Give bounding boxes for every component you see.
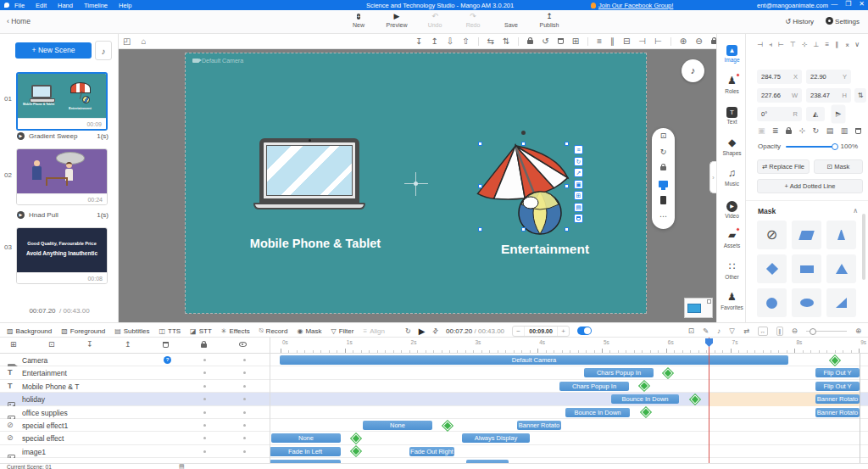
selection-handle[interactable] [565, 184, 569, 188]
collapse-icon[interactable]: ∧ [853, 207, 858, 215]
new-scene-button[interactable]: + New Scene [15, 42, 92, 59]
keyframe-diamond[interactable] [351, 433, 360, 443]
lock-icon[interactable] [786, 126, 792, 136]
keyframe-diamond[interactable] [830, 355, 839, 365]
mask-shape-none[interactable]: ⊘ [757, 221, 787, 249]
caption-mobile-phone-tablet[interactable]: Mobile Phone & Tablet [235, 237, 396, 250]
tts-button[interactable]: ◫TTS [159, 327, 181, 335]
track-row-image1[interactable]: image1Fade In LeftFade Out Right [0, 445, 868, 458]
selection-handle[interactable] [565, 227, 569, 232]
track-toggle-dot[interactable] [203, 437, 206, 439]
tab-video[interactable]: ▶Video [717, 196, 747, 219]
monitor-view-button[interactable] [652, 176, 675, 193]
align-icon[interactable]: ∥ [835, 41, 838, 49]
minimap[interactable] [684, 298, 713, 318]
minimap-expand-icon[interactable] [707, 299, 711, 304]
track-row-special effect[interactable]: ⊘special effectNoneAlways Display [0, 432, 868, 444]
scene-music-button[interactable]: ♪ [95, 41, 112, 60]
toolbar-icon[interactable]: ⊣ [638, 34, 646, 49]
mask-shape-parallelogram[interactable] [792, 221, 821, 249]
scene-card-02[interactable]: 00:24 [16, 148, 108, 205]
track-toggle-dot[interactable] [243, 450, 246, 453]
selection-handle[interactable] [521, 142, 526, 146]
toolbar-icon[interactable]: ⊟ [623, 34, 630, 49]
fit-screen-button[interactable]: ⊡ [652, 128, 675, 144]
trash-icon[interactable] [558, 34, 564, 49]
keyframe-diamond[interactable] [663, 368, 672, 377]
toolbar-icon[interactable]: ⌂ [141, 34, 146, 49]
track-row-special effect1[interactable]: ⊘special effect1NoneBanner Rotato [0, 419, 868, 432]
mask-shape-rect[interactable] [792, 254, 821, 283]
view-control-icon[interactable]: ↔ [758, 327, 768, 336]
lock-icon[interactable] [527, 34, 533, 49]
mask-shape-trapezoid[interactable] [826, 221, 856, 249]
toolbar-icon[interactable]: ⇅ [503, 34, 509, 49]
add-track-icon[interactable]: ⊞ [10, 340, 17, 349]
track-toggle-dot[interactable] [203, 385, 206, 388]
phone-view-button[interactable] [652, 193, 675, 209]
keyframe-diamond[interactable] [639, 382, 648, 391]
play-button[interactable]: ▶ [419, 327, 426, 336]
move-down-icon[interactable]: ↧ [86, 340, 93, 349]
close-button[interactable]: ✕ [859, 0, 865, 8]
toolbar-icon[interactable]: ∥ [610, 34, 615, 49]
object-action-icon[interactable]: ↻ [813, 126, 820, 135]
effects-button[interactable]: ✳Effects [221, 327, 250, 335]
timeline-bar-banner-rotato[interactable]: Banner Rotato [517, 421, 561, 430]
view-control-icon[interactable]: ⇄ [743, 327, 749, 335]
track-row-office supplies[interactable]: office suppliesBounce In DownBanner Rota… [0, 406, 868, 419]
scene-transition-row[interactable]: ▶Hnad Pull1(s) [17, 210, 108, 220]
toolbar-icon[interactable]: ⊞ [572, 34, 579, 49]
background-button[interactable]: ▨Background [7, 327, 52, 335]
mask-shape-circle[interactable] [757, 288, 787, 317]
track-toggle-dot[interactable] [203, 398, 206, 400]
opacity-slider[interactable] [786, 146, 835, 148]
object-action-icon[interactable]: ⊹ [799, 126, 806, 135]
toolbar-icon[interactable]: ≡ [597, 34, 602, 49]
track-toggle-dot[interactable] [203, 450, 206, 453]
rotate-handle[interactable] [521, 131, 526, 135]
track-row-Camera[interactable]: Camera?Default Camera [0, 354, 868, 366]
mask-shape-diamond[interactable] [757, 254, 787, 283]
view-control-icon[interactable]: ✎ [703, 327, 709, 335]
scrollbar[interactable] [862, 214, 865, 280]
track-toggle-dot[interactable] [203, 359, 206, 361]
playhead-line[interactable] [709, 338, 709, 463]
rotate-device-button[interactable]: ↻ [652, 144, 675, 160]
stt-button[interactable]: ◪STT [190, 327, 212, 335]
keyframe-diamond[interactable] [442, 421, 452, 430]
scene-thumbnail[interactable]: Good Quality, Favourable PriceAvoid Anyt… [17, 228, 107, 272]
align-icon[interactable]: ⫞ [769, 41, 772, 49]
publish-button[interactable]: ↥Publish [537, 12, 562, 28]
flip-horizontal-button[interactable]: ◭ [806, 107, 825, 121]
scene-card-03[interactable]: Good Quality, Favourable PriceAvoid Anyt… [16, 227, 108, 284]
tab-other[interactable]: ∷Other [717, 258, 747, 280]
add-dotted-line-button[interactable]: + Add Dotted Line [757, 179, 863, 193]
selection-handle[interactable] [565, 142, 569, 146]
loop-button[interactable]: ↻ [405, 327, 411, 335]
track-row-Mobile Phone & T[interactable]: TMobile Phone & TChars Popup InFlip Out … [0, 380, 868, 393]
track-toggle-dot[interactable] [243, 411, 246, 414]
timeline-bar-none[interactable]: None [363, 421, 432, 430]
track-toggle-dot[interactable] [243, 398, 246, 400]
save-button[interactable]: Save [498, 12, 524, 28]
unlock-button[interactable] [652, 160, 675, 176]
timeline-bar-bounce-in-down[interactable]: Bounce In Down [611, 394, 679, 404]
track-toggle-dot[interactable] [203, 371, 206, 374]
align-icon[interactable]: ⊤ [790, 41, 796, 49]
chevron-down-icon[interactable]: ∨ [854, 41, 860, 48]
music-fab-button[interactable]: ♪ [682, 59, 704, 82]
delete-track-icon[interactable] [163, 340, 169, 349]
object-tool-icon[interactable]: ↻ [574, 157, 583, 166]
mask-button[interactable]: ◉Mask [297, 327, 321, 335]
settings-button[interactable]: Settings [826, 17, 860, 25]
track-toggle-dot[interactable] [203, 424, 206, 427]
scene-thumbnail[interactable] [17, 149, 107, 193]
subtitles-button[interactable]: ▤Subtitles [114, 327, 149, 335]
zoom-in-icon[interactable]: ⊕ [855, 327, 861, 335]
caption-entertainment[interactable]: Entertainment [481, 242, 609, 257]
toolbar-icon[interactable]: ⇆ [487, 34, 494, 49]
object-tool-icon[interactable]: ↗ [574, 168, 583, 177]
selection-handle[interactable] [478, 142, 482, 146]
maximize-button[interactable]: ❐ [845, 0, 851, 8]
